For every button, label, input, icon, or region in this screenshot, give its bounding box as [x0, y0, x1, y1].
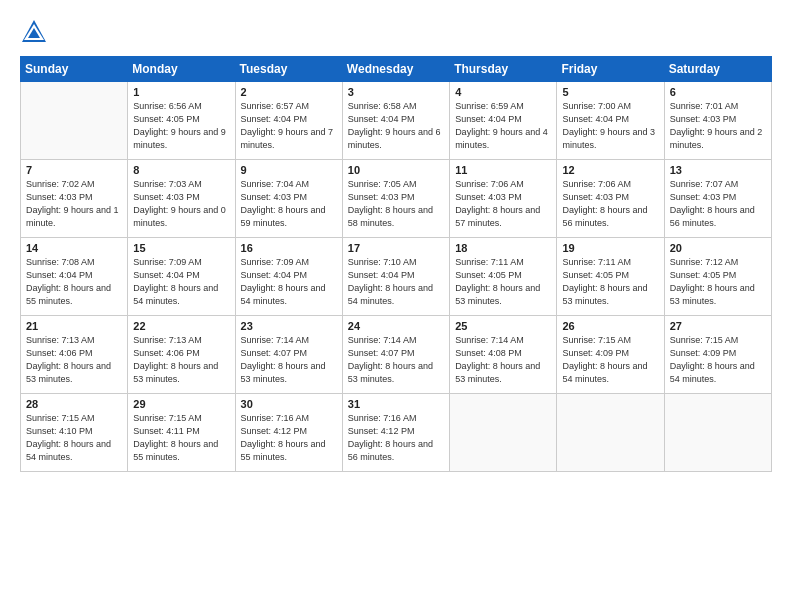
day-number: 16 [241, 242, 337, 254]
day-info: Sunrise: 7:16 AMSunset: 4:12 PMDaylight:… [348, 412, 444, 464]
day-number: 24 [348, 320, 444, 332]
day-number: 25 [455, 320, 551, 332]
day-number: 12 [562, 164, 658, 176]
day-info: Sunrise: 7:14 AMSunset: 4:07 PMDaylight:… [348, 334, 444, 386]
day-number: 31 [348, 398, 444, 410]
day-info: Sunrise: 7:13 AMSunset: 4:06 PMDaylight:… [133, 334, 229, 386]
calendar-table: SundayMondayTuesdayWednesdayThursdayFrid… [20, 56, 772, 472]
day-info: Sunrise: 6:56 AMSunset: 4:05 PMDaylight:… [133, 100, 229, 152]
calendar-cell: 8Sunrise: 7:03 AMSunset: 4:03 PMDaylight… [128, 160, 235, 238]
day-number: 13 [670, 164, 766, 176]
calendar-cell: 15Sunrise: 7:09 AMSunset: 4:04 PMDayligh… [128, 238, 235, 316]
weekday-header-friday: Friday [557, 57, 664, 82]
day-number: 11 [455, 164, 551, 176]
day-number: 14 [26, 242, 122, 254]
calendar-cell: 21Sunrise: 7:13 AMSunset: 4:06 PMDayligh… [21, 316, 128, 394]
day-info: Sunrise: 7:15 AMSunset: 4:10 PMDaylight:… [26, 412, 122, 464]
day-info: Sunrise: 7:11 AMSunset: 4:05 PMDaylight:… [455, 256, 551, 308]
weekday-header-tuesday: Tuesday [235, 57, 342, 82]
day-number: 28 [26, 398, 122, 410]
weekday-header-row: SundayMondayTuesdayWednesdayThursdayFrid… [21, 57, 772, 82]
calendar-cell: 11Sunrise: 7:06 AMSunset: 4:03 PMDayligh… [450, 160, 557, 238]
weekday-header-sunday: Sunday [21, 57, 128, 82]
day-number: 5 [562, 86, 658, 98]
weekday-header-monday: Monday [128, 57, 235, 82]
calendar-cell: 24Sunrise: 7:14 AMSunset: 4:07 PMDayligh… [342, 316, 449, 394]
day-number: 30 [241, 398, 337, 410]
calendar-cell [450, 394, 557, 472]
week-row-4: 21Sunrise: 7:13 AMSunset: 4:06 PMDayligh… [21, 316, 772, 394]
day-info: Sunrise: 7:13 AMSunset: 4:06 PMDaylight:… [26, 334, 122, 386]
day-number: 15 [133, 242, 229, 254]
calendar-cell: 28Sunrise: 7:15 AMSunset: 4:10 PMDayligh… [21, 394, 128, 472]
day-info: Sunrise: 6:57 AMSunset: 4:04 PMDaylight:… [241, 100, 337, 152]
day-info: Sunrise: 7:15 AMSunset: 4:09 PMDaylight:… [670, 334, 766, 386]
day-number: 23 [241, 320, 337, 332]
calendar-cell: 7Sunrise: 7:02 AMSunset: 4:03 PMDaylight… [21, 160, 128, 238]
day-info: Sunrise: 7:05 AMSunset: 4:03 PMDaylight:… [348, 178, 444, 230]
day-number: 1 [133, 86, 229, 98]
day-info: Sunrise: 7:04 AMSunset: 4:03 PMDaylight:… [241, 178, 337, 230]
calendar-cell: 2Sunrise: 6:57 AMSunset: 4:04 PMDaylight… [235, 82, 342, 160]
calendar-cell: 31Sunrise: 7:16 AMSunset: 4:12 PMDayligh… [342, 394, 449, 472]
calendar-cell: 23Sunrise: 7:14 AMSunset: 4:07 PMDayligh… [235, 316, 342, 394]
day-number: 18 [455, 242, 551, 254]
calendar-cell: 22Sunrise: 7:13 AMSunset: 4:06 PMDayligh… [128, 316, 235, 394]
day-info: Sunrise: 7:14 AMSunset: 4:07 PMDaylight:… [241, 334, 337, 386]
week-row-3: 14Sunrise: 7:08 AMSunset: 4:04 PMDayligh… [21, 238, 772, 316]
calendar-cell: 9Sunrise: 7:04 AMSunset: 4:03 PMDaylight… [235, 160, 342, 238]
calendar-cell: 1Sunrise: 6:56 AMSunset: 4:05 PMDaylight… [128, 82, 235, 160]
calendar-cell: 10Sunrise: 7:05 AMSunset: 4:03 PMDayligh… [342, 160, 449, 238]
day-info: Sunrise: 7:00 AMSunset: 4:04 PMDaylight:… [562, 100, 658, 152]
calendar-cell [21, 82, 128, 160]
calendar-cell: 26Sunrise: 7:15 AMSunset: 4:09 PMDayligh… [557, 316, 664, 394]
day-number: 17 [348, 242, 444, 254]
day-number: 3 [348, 86, 444, 98]
day-info: Sunrise: 7:01 AMSunset: 4:03 PMDaylight:… [670, 100, 766, 152]
calendar-cell: 5Sunrise: 7:00 AMSunset: 4:04 PMDaylight… [557, 82, 664, 160]
calendar-cell: 16Sunrise: 7:09 AMSunset: 4:04 PMDayligh… [235, 238, 342, 316]
calendar-cell: 19Sunrise: 7:11 AMSunset: 4:05 PMDayligh… [557, 238, 664, 316]
calendar-cell: 12Sunrise: 7:06 AMSunset: 4:03 PMDayligh… [557, 160, 664, 238]
calendar-cell: 18Sunrise: 7:11 AMSunset: 4:05 PMDayligh… [450, 238, 557, 316]
day-info: Sunrise: 7:16 AMSunset: 4:12 PMDaylight:… [241, 412, 337, 464]
week-row-5: 28Sunrise: 7:15 AMSunset: 4:10 PMDayligh… [21, 394, 772, 472]
day-info: Sunrise: 6:59 AMSunset: 4:04 PMDaylight:… [455, 100, 551, 152]
day-number: 2 [241, 86, 337, 98]
day-info: Sunrise: 7:06 AMSunset: 4:03 PMDaylight:… [562, 178, 658, 230]
calendar-cell: 27Sunrise: 7:15 AMSunset: 4:09 PMDayligh… [664, 316, 771, 394]
week-row-1: 1Sunrise: 6:56 AMSunset: 4:05 PMDaylight… [21, 82, 772, 160]
calendar-cell: 4Sunrise: 6:59 AMSunset: 4:04 PMDaylight… [450, 82, 557, 160]
day-info: Sunrise: 7:03 AMSunset: 4:03 PMDaylight:… [133, 178, 229, 230]
day-info: Sunrise: 7:09 AMSunset: 4:04 PMDaylight:… [133, 256, 229, 308]
day-info: Sunrise: 7:07 AMSunset: 4:03 PMDaylight:… [670, 178, 766, 230]
calendar-cell: 3Sunrise: 6:58 AMSunset: 4:04 PMDaylight… [342, 82, 449, 160]
day-number: 21 [26, 320, 122, 332]
day-info: Sunrise: 7:11 AMSunset: 4:05 PMDaylight:… [562, 256, 658, 308]
header [20, 18, 772, 46]
calendar-cell [664, 394, 771, 472]
day-info: Sunrise: 7:08 AMSunset: 4:04 PMDaylight:… [26, 256, 122, 308]
day-info: Sunrise: 7:09 AMSunset: 4:04 PMDaylight:… [241, 256, 337, 308]
day-number: 20 [670, 242, 766, 254]
day-info: Sunrise: 7:15 AMSunset: 4:11 PMDaylight:… [133, 412, 229, 464]
logo-icon [20, 18, 48, 46]
calendar-cell: 6Sunrise: 7:01 AMSunset: 4:03 PMDaylight… [664, 82, 771, 160]
day-number: 4 [455, 86, 551, 98]
calendar-page: SundayMondayTuesdayWednesdayThursdayFrid… [0, 0, 792, 612]
day-info: Sunrise: 7:15 AMSunset: 4:09 PMDaylight:… [562, 334, 658, 386]
week-row-2: 7Sunrise: 7:02 AMSunset: 4:03 PMDaylight… [21, 160, 772, 238]
calendar-cell: 14Sunrise: 7:08 AMSunset: 4:04 PMDayligh… [21, 238, 128, 316]
weekday-header-thursday: Thursday [450, 57, 557, 82]
day-info: Sunrise: 7:10 AMSunset: 4:04 PMDaylight:… [348, 256, 444, 308]
calendar-cell: 20Sunrise: 7:12 AMSunset: 4:05 PMDayligh… [664, 238, 771, 316]
logo [20, 18, 52, 46]
day-info: Sunrise: 7:14 AMSunset: 4:08 PMDaylight:… [455, 334, 551, 386]
day-number: 19 [562, 242, 658, 254]
calendar-cell: 25Sunrise: 7:14 AMSunset: 4:08 PMDayligh… [450, 316, 557, 394]
day-number: 8 [133, 164, 229, 176]
day-number: 9 [241, 164, 337, 176]
calendar-cell: 13Sunrise: 7:07 AMSunset: 4:03 PMDayligh… [664, 160, 771, 238]
day-number: 7 [26, 164, 122, 176]
calendar-cell: 17Sunrise: 7:10 AMSunset: 4:04 PMDayligh… [342, 238, 449, 316]
